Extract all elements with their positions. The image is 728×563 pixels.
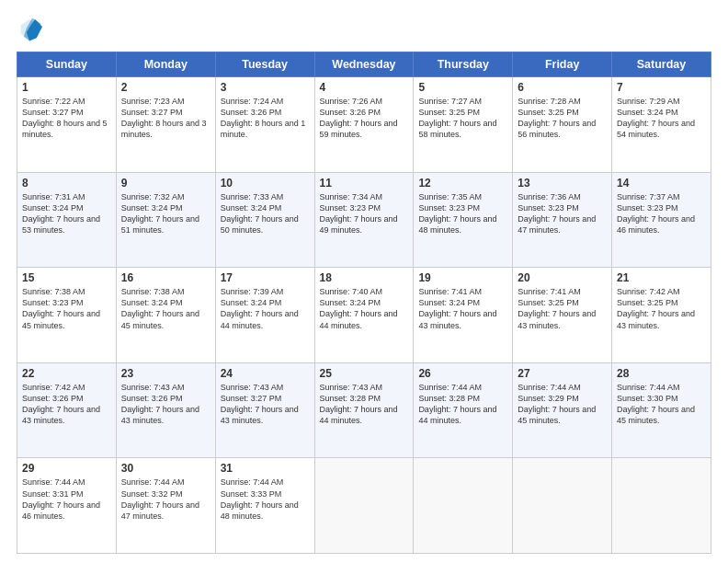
day-number: 7 xyxy=(617,81,706,94)
day-number: 1 xyxy=(22,81,111,94)
day-number: 10 xyxy=(221,177,310,190)
day-info: Sunrise: 7:40 AMSunset: 3:24 PMDaylight:… xyxy=(320,286,409,331)
day-info: Sunrise: 7:34 AMSunset: 3:23 PMDaylight:… xyxy=(320,191,409,236)
calendar-week-row: 29Sunrise: 7:44 AMSunset: 3:31 PMDayligh… xyxy=(17,458,711,554)
calendar-cell: 3Sunrise: 7:24 AMSunset: 3:26 PMDaylight… xyxy=(215,77,314,173)
day-info: Sunrise: 7:37 AMSunset: 3:23 PMDaylight:… xyxy=(617,191,706,236)
calendar-week-row: 8Sunrise: 7:31 AMSunset: 3:24 PMDaylight… xyxy=(17,172,711,268)
day-number: 24 xyxy=(221,367,310,380)
calendar-weekday-wednesday: Wednesday xyxy=(314,52,414,77)
calendar-week-row: 1Sunrise: 7:22 AMSunset: 3:27 PMDaylight… xyxy=(17,77,711,173)
calendar-weekday-friday: Friday xyxy=(513,52,612,77)
day-number: 6 xyxy=(518,81,607,94)
day-number: 9 xyxy=(121,177,210,190)
calendar-cell: 24Sunrise: 7:43 AMSunset: 3:27 PMDayligh… xyxy=(215,362,314,458)
day-number: 28 xyxy=(617,367,706,380)
day-number: 3 xyxy=(221,81,310,94)
calendar-week-row: 22Sunrise: 7:42 AMSunset: 3:26 PMDayligh… xyxy=(17,362,711,458)
calendar-cell xyxy=(414,458,513,554)
calendar-cell xyxy=(513,458,612,554)
calendar-cell: 17Sunrise: 7:39 AMSunset: 3:24 PMDayligh… xyxy=(215,268,314,363)
calendar-header-row: SundayMondayTuesdayWednesdayThursdayFrid… xyxy=(17,52,711,77)
day-number: 23 xyxy=(121,367,210,380)
day-info: Sunrise: 7:41 AMSunset: 3:25 PMDaylight:… xyxy=(518,286,607,331)
calendar-cell: 5Sunrise: 7:27 AMSunset: 3:25 PMDaylight… xyxy=(414,77,513,173)
calendar-cell: 14Sunrise: 7:37 AMSunset: 3:23 PMDayligh… xyxy=(612,172,711,268)
day-number: 8 xyxy=(22,177,111,190)
calendar-cell: 22Sunrise: 7:42 AMSunset: 3:26 PMDayligh… xyxy=(17,362,117,458)
calendar-cell: 15Sunrise: 7:38 AMSunset: 3:23 PMDayligh… xyxy=(17,268,117,363)
day-info: Sunrise: 7:41 AMSunset: 3:24 PMDaylight:… xyxy=(418,286,507,331)
calendar-cell: 11Sunrise: 7:34 AMSunset: 3:23 PMDayligh… xyxy=(314,172,414,268)
calendar-cell: 16Sunrise: 7:38 AMSunset: 3:24 PMDayligh… xyxy=(116,268,215,363)
calendar-cell: 4Sunrise: 7:26 AMSunset: 3:26 PMDaylight… xyxy=(314,77,414,173)
day-number: 30 xyxy=(121,462,210,475)
day-number: 25 xyxy=(320,367,409,380)
day-info: Sunrise: 7:44 AMSunset: 3:29 PMDaylight:… xyxy=(518,382,607,427)
calendar-cell: 29Sunrise: 7:44 AMSunset: 3:31 PMDayligh… xyxy=(17,458,117,554)
calendar-cell: 8Sunrise: 7:31 AMSunset: 3:24 PMDaylight… xyxy=(17,172,117,268)
day-number: 22 xyxy=(22,367,111,380)
calendar-cell: 23Sunrise: 7:43 AMSunset: 3:26 PMDayligh… xyxy=(116,362,215,458)
day-info: Sunrise: 7:23 AMSunset: 3:27 PMDaylight:… xyxy=(121,96,210,141)
day-info: Sunrise: 7:44 AMSunset: 3:28 PMDaylight:… xyxy=(418,382,507,427)
calendar-weekday-tuesday: Tuesday xyxy=(215,52,314,77)
day-number: 13 xyxy=(518,177,607,190)
day-info: Sunrise: 7:44 AMSunset: 3:30 PMDaylight:… xyxy=(617,382,706,427)
day-info: Sunrise: 7:28 AMSunset: 3:25 PMDaylight:… xyxy=(518,96,607,141)
day-number: 11 xyxy=(320,177,409,190)
day-info: Sunrise: 7:32 AMSunset: 3:24 PMDaylight:… xyxy=(121,191,210,236)
day-info: Sunrise: 7:22 AMSunset: 3:27 PMDaylight:… xyxy=(22,96,111,141)
day-number: 31 xyxy=(221,462,310,475)
day-number: 21 xyxy=(617,271,706,284)
day-info: Sunrise: 7:44 AMSunset: 3:33 PMDaylight:… xyxy=(221,477,310,522)
day-info: Sunrise: 7:29 AMSunset: 3:24 PMDaylight:… xyxy=(617,96,706,141)
day-info: Sunrise: 7:27 AMSunset: 3:25 PMDaylight:… xyxy=(418,96,507,141)
day-number: 15 xyxy=(22,271,111,284)
calendar-weekday-saturday: Saturday xyxy=(612,52,711,77)
day-info: Sunrise: 7:38 AMSunset: 3:23 PMDaylight:… xyxy=(22,286,111,331)
day-info: Sunrise: 7:43 AMSunset: 3:26 PMDaylight:… xyxy=(121,382,210,427)
calendar-cell: 9Sunrise: 7:32 AMSunset: 3:24 PMDaylight… xyxy=(116,172,215,268)
logo-icon xyxy=(17,17,42,42)
day-info: Sunrise: 7:36 AMSunset: 3:23 PMDaylight:… xyxy=(518,191,607,236)
calendar-cell: 13Sunrise: 7:36 AMSunset: 3:23 PMDayligh… xyxy=(513,172,612,268)
calendar-weekday-monday: Monday xyxy=(116,52,215,77)
calendar-weekday-thursday: Thursday xyxy=(414,52,513,77)
calendar-cell: 18Sunrise: 7:40 AMSunset: 3:24 PMDayligh… xyxy=(314,268,414,363)
calendar-cell: 30Sunrise: 7:44 AMSunset: 3:32 PMDayligh… xyxy=(116,458,215,554)
day-number: 20 xyxy=(518,271,607,284)
day-info: Sunrise: 7:43 AMSunset: 3:28 PMDaylight:… xyxy=(320,382,409,427)
calendar-cell: 10Sunrise: 7:33 AMSunset: 3:24 PMDayligh… xyxy=(215,172,314,268)
calendar-cell: 28Sunrise: 7:44 AMSunset: 3:30 PMDayligh… xyxy=(612,362,711,458)
calendar-cell xyxy=(314,458,414,554)
calendar-cell xyxy=(612,458,711,554)
day-info: Sunrise: 7:26 AMSunset: 3:26 PMDaylight:… xyxy=(320,96,409,141)
calendar-cell: 27Sunrise: 7:44 AMSunset: 3:29 PMDayligh… xyxy=(513,362,612,458)
calendar-cell: 20Sunrise: 7:41 AMSunset: 3:25 PMDayligh… xyxy=(513,268,612,363)
calendar-weekday-sunday: Sunday xyxy=(17,52,117,77)
calendar-cell: 2Sunrise: 7:23 AMSunset: 3:27 PMDaylight… xyxy=(116,77,215,173)
day-info: Sunrise: 7:44 AMSunset: 3:31 PMDaylight:… xyxy=(22,477,111,522)
day-number: 16 xyxy=(121,271,210,284)
day-number: 4 xyxy=(320,81,409,94)
header xyxy=(17,17,711,42)
calendar-cell: 7Sunrise: 7:29 AMSunset: 3:24 PMDaylight… xyxy=(612,77,711,173)
calendar-cell: 6Sunrise: 7:28 AMSunset: 3:25 PMDaylight… xyxy=(513,77,612,173)
calendar-cell: 31Sunrise: 7:44 AMSunset: 3:33 PMDayligh… xyxy=(215,458,314,554)
day-number: 26 xyxy=(418,367,507,380)
day-number: 17 xyxy=(221,271,310,284)
calendar-table: SundayMondayTuesdayWednesdayThursdayFrid… xyxy=(17,52,711,554)
day-info: Sunrise: 7:39 AMSunset: 3:24 PMDaylight:… xyxy=(221,286,310,331)
day-info: Sunrise: 7:42 AMSunset: 3:26 PMDaylight:… xyxy=(22,382,111,427)
day-number: 27 xyxy=(518,367,607,380)
day-number: 19 xyxy=(418,271,507,284)
day-number: 2 xyxy=(121,81,210,94)
day-number: 14 xyxy=(617,177,706,190)
day-info: Sunrise: 7:43 AMSunset: 3:27 PMDaylight:… xyxy=(221,382,310,427)
calendar-week-row: 15Sunrise: 7:38 AMSunset: 3:23 PMDayligh… xyxy=(17,268,711,363)
calendar-cell: 1Sunrise: 7:22 AMSunset: 3:27 PMDaylight… xyxy=(17,77,117,173)
day-number: 18 xyxy=(320,271,409,284)
day-info: Sunrise: 7:38 AMSunset: 3:24 PMDaylight:… xyxy=(121,286,210,331)
day-info: Sunrise: 7:35 AMSunset: 3:23 PMDaylight:… xyxy=(418,191,507,236)
